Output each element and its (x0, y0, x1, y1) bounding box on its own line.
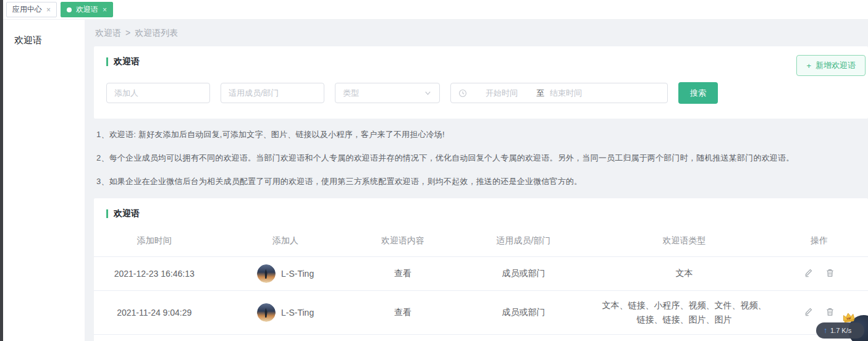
cell-add-time: 2021-11-24 9:04:29 (94, 291, 214, 335)
welcome-message-table: 添加时间 添加人 欢迎语内容 适用成员/部门 欢迎语类型 操作 2021-12-… (94, 229, 868, 341)
cell-scope: 成员或部门 (449, 257, 598, 291)
avatar (257, 264, 276, 283)
col-actions: 操作 (770, 229, 868, 257)
sidebar-item-label: 欢迎语 (14, 35, 42, 45)
adder-name: L-S-Ting (281, 269, 314, 279)
type-select-placeholder: 类型 (343, 88, 359, 99)
table-section-title: 欢迎语 (94, 208, 868, 219)
tips-block: 1、欢迎语: 新好友添加后自动回复,可添加文字、图片、链接以及小程序，客户来了不… (94, 119, 868, 198)
filter-row: 类型 至 搜索 (106, 82, 856, 104)
upload-speed-value: 1.7 K/s (830, 327, 851, 334)
table-row: 2021-11-23 17:39:17 L-S-Ting 查看 全体 文本、文 (94, 335, 868, 341)
table-row: 2021-12-23 16:46:13 L-S-Ting 查看 成员或部门 文 (94, 257, 868, 291)
upload-arrow-icon: ↑ (824, 327, 827, 334)
breadcrumb-separator: > (125, 28, 130, 39)
main-content: 欢迎语 > 欢迎语列表 欢迎语 + 新增欢迎语 类 (85, 20, 868, 341)
app-layout: 欢迎语 欢迎语 > 欢迎语列表 欢迎语 + 新增欢迎语 (3, 20, 868, 341)
edit-button[interactable] (804, 268, 813, 277)
cell-type: 文本 (598, 257, 770, 291)
view-content-link[interactable]: 查看 (356, 291, 449, 335)
member-department-field[interactable] (221, 83, 324, 103)
table-header-row: 添加时间 添加人 欢迎语内容 适用成员/部门 欢迎语类型 操作 (94, 229, 868, 257)
sidebar: 欢迎语 (3, 20, 85, 341)
view-content-link[interactable]: 查看 (356, 257, 449, 291)
close-icon[interactable]: × (103, 6, 107, 14)
add-button-label: 新增欢迎语 (815, 60, 856, 71)
tip-line: 1、欢迎语: 新好友添加后自动回复,可添加文字、图片、链接以及小程序，客户来了不… (96, 129, 866, 140)
tip-line: 2、每个企业成员均可以拥有不同的欢迎语。当部门欢迎语和个人专属的欢迎语并存的情况… (96, 153, 866, 164)
section-bar-icon (106, 57, 108, 66)
end-time-input[interactable] (550, 88, 608, 98)
tab-welcome-message[interactable]: 欢迎语 × (61, 2, 113, 17)
trash-icon (825, 268, 835, 277)
section-bar-icon (106, 209, 108, 218)
col-adder: 添加人 (214, 229, 356, 257)
date-range-to-label: 至 (536, 88, 544, 99)
col-add-time: 添加时间 (94, 229, 214, 257)
adder-input[interactable] (114, 88, 202, 98)
filter-section-label: 欢迎语 (114, 56, 140, 67)
close-icon[interactable]: × (46, 6, 51, 14)
cell-actions (770, 257, 868, 291)
member-department-input[interactable] (229, 88, 316, 98)
tab-label: 应用中心 (12, 4, 42, 15)
chevron-down-icon (424, 89, 432, 97)
tab-app-center[interactable]: 应用中心 × (6, 2, 57, 17)
welcome-message-table-card: 欢迎语 添加时间 添加人 欢迎语内容 适用成员/部门 欢迎语类型 操作 (94, 198, 868, 341)
window-edge (0, 0, 3, 341)
sidebar-item-welcome-message[interactable]: 欢迎语 (3, 28, 85, 53)
cell-scope: 成员或部门 (449, 291, 598, 335)
cell-adder: L-S-Ting (214, 257, 356, 291)
active-tab-dot-icon (67, 7, 72, 12)
start-time-input[interactable] (473, 88, 531, 98)
search-button[interactable]: 搜索 (678, 82, 718, 104)
col-type: 欢迎语类型 (598, 229, 770, 257)
tip-line: 3、如果企业在企业微信后台为相关成员配置了可用的欢迎语，使用第三方系统配置欢迎语… (96, 176, 866, 187)
add-welcome-message-button[interactable]: + 新增欢迎语 (796, 55, 866, 76)
vip-crown-icon: VIP (841, 311, 857, 327)
cell-adder: L-S-Ting (214, 291, 356, 335)
breadcrumb-section[interactable]: 欢迎语 (95, 28, 121, 39)
col-scope: 适用成员/部门 (449, 229, 598, 257)
date-range-picker[interactable]: 至 (450, 83, 668, 103)
type-select[interactable]: 类型 (335, 83, 440, 103)
adder-name: L-S-Ting (281, 308, 314, 318)
filter-card: 欢迎语 + 新增欢迎语 类型 (94, 46, 868, 119)
tab-label: 欢迎语 (76, 4, 98, 15)
table-row: 2021-11-24 9:04:29 L-S-Ting 查看 成员或部门 文本 (94, 291, 868, 335)
tab-bar: 应用中心 × 欢迎语 × (3, 0, 868, 20)
adder-field[interactable] (106, 83, 210, 103)
pencil-icon (804, 268, 813, 277)
table-section-label: 欢迎语 (114, 208, 140, 219)
cell-add-time: 2021-11-23 17:39:17 (94, 335, 214, 341)
clock-icon (458, 89, 467, 98)
plus-icon: + (806, 61, 811, 70)
breadcrumb: 欢迎语 > 欢迎语列表 (94, 20, 868, 46)
speed-monitor-widget[interactable]: ↑ 1.7 K/s VIP (794, 304, 868, 341)
cell-type: 文本、文件 (598, 335, 770, 341)
filter-section-title: 欢迎语 (106, 56, 856, 67)
view-content-link[interactable]: 查看 (356, 335, 449, 341)
breadcrumb-current: 欢迎语列表 (135, 28, 178, 39)
cell-adder: L-S-Ting (214, 335, 356, 341)
col-content: 欢迎语内容 (356, 229, 449, 257)
cell-scope: 全体 (449, 335, 598, 341)
cell-add-time: 2021-12-23 16:46:13 (94, 257, 214, 291)
avatar (257, 303, 276, 322)
svg-text:VIP: VIP (846, 317, 851, 321)
delete-button[interactable] (825, 268, 835, 277)
cell-type: 文本、链接、小程序、视频、文件、视频、链接、链接、图片、图片 (598, 291, 770, 335)
upload-speed-pill[interactable]: ↑ 1.7 K/s (816, 322, 864, 339)
